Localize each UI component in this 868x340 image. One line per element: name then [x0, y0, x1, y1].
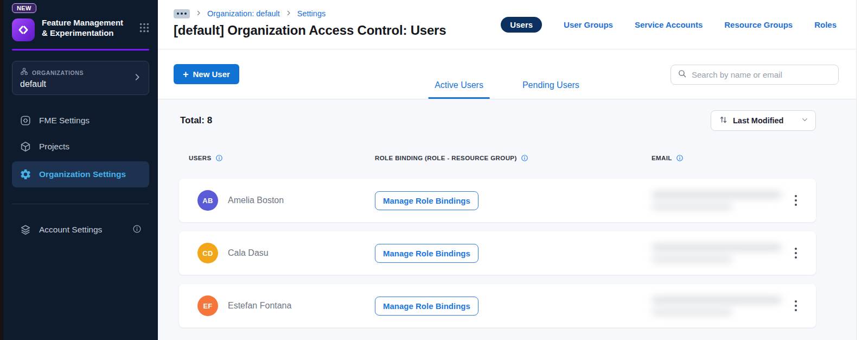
- search-box: [671, 65, 839, 85]
- nav-tab-users[interactable]: Users: [501, 17, 542, 33]
- gear-icon: [20, 168, 31, 180]
- chevron-right-icon: [285, 9, 292, 18]
- manage-role-bindings-button[interactable]: Manage Role Bindings: [375, 244, 478, 263]
- brand-header: NEW Feature Management & Experimentation: [3, 0, 158, 41]
- table-row: EF Estefan Fontana Manage Role Bindings: [179, 284, 816, 328]
- redacted-email: [652, 244, 787, 263]
- sidebar-divider: [12, 204, 149, 204]
- sidebar-item-label: Projects: [39, 142, 69, 152]
- info-icon[interactable]: [215, 154, 223, 162]
- tab-active-users[interactable]: Active Users: [428, 80, 490, 99]
- sidebar-item-projects[interactable]: Projects: [12, 135, 149, 158]
- search-input[interactable]: [692, 70, 832, 79]
- avatar: AB: [197, 190, 218, 211]
- sidebar-item-fme-settings[interactable]: FME Settings: [12, 109, 149, 132]
- avatar: CD: [197, 243, 218, 263]
- column-header-users: USERS: [189, 155, 212, 161]
- new-badge: NEW: [12, 3, 36, 13]
- chevron-down-icon: [801, 116, 809, 126]
- chevron-right-icon: [132, 72, 142, 84]
- table-row: AB Amelia Boston Manage Role Bindings: [179, 179, 816, 222]
- projects-cube-icon: [20, 141, 31, 153]
- sidebar-item-label: Account Settings: [39, 225, 102, 235]
- main-area: Organization: default Settings [default]…: [158, 0, 856, 340]
- layers-gear-icon: [20, 224, 31, 236]
- total-count: Total: 8: [180, 115, 212, 126]
- info-icon[interactable]: [132, 224, 142, 236]
- organization-selector[interactable]: ORGANIZATIONS default: [12, 61, 149, 95]
- breadcrumb-ellipsis[interactable]: [174, 9, 190, 18]
- plus-icon: +: [183, 71, 189, 78]
- breadcrumb-link-settings[interactable]: Settings: [297, 9, 326, 18]
- info-icon[interactable]: [676, 154, 684, 162]
- nav-tab-resource-groups[interactable]: Resource Groups: [724, 20, 793, 29]
- fme-settings-icon: [20, 115, 31, 127]
- brand-title: Feature Management & Experimentation: [42, 17, 127, 38]
- table-header-row: USERS ROLE BINDING (ROLE - RESOURCE GROU…: [179, 154, 816, 162]
- sort-dropdown-value: Last Modified: [733, 116, 796, 125]
- new-user-button-label: New User: [193, 70, 230, 79]
- users-list-section: Total: 8 Last Modified USERS: [158, 99, 856, 340]
- sidebar-item-label: Organization Settings: [39, 169, 126, 179]
- app-grid-icon[interactable]: [138, 22, 150, 36]
- chevron-right-icon: [195, 9, 202, 18]
- manage-role-bindings-button[interactable]: Manage Role Bindings: [375, 297, 478, 316]
- sidebar-item-account-settings[interactable]: Account Settings: [12, 218, 149, 241]
- brand-accent-rule: [12, 49, 149, 51]
- org-selector-value: default: [20, 79, 132, 89]
- redacted-email: [652, 297, 787, 316]
- toolbar: + New User Active Users Pending Users: [158, 49, 856, 99]
- redacted-email: [652, 191, 787, 210]
- sidebar-item-organization-settings[interactable]: Organization Settings: [12, 161, 149, 187]
- sidebar: NEW Feature Management & Experimentation: [3, 0, 158, 340]
- app-window: NEW Feature Management & Experimentation: [0, 0, 868, 340]
- access-control-nav: Users User Groups Service Accounts Resou…: [501, 16, 837, 33]
- org-selector-label: ORGANIZATIONS: [32, 70, 84, 76]
- manage-role-bindings-button[interactable]: Manage Role Bindings: [375, 191, 478, 210]
- row-menu-kebab-icon[interactable]: [787, 190, 805, 211]
- nav-tab-user-groups[interactable]: User Groups: [564, 20, 613, 29]
- breadcrumb-link-organization[interactable]: Organization: default: [207, 9, 280, 18]
- user-name: Estefan Fontana: [228, 301, 291, 311]
- sidebar-nav: FME Settings Projects Organization Setti…: [3, 109, 158, 241]
- page-right-gutter: [856, 0, 868, 340]
- column-header-email: EMAIL: [652, 155, 672, 161]
- split-logo-icon: [12, 18, 35, 41]
- avatar: EF: [197, 295, 218, 316]
- nav-tab-roles[interactable]: Roles: [814, 20, 837, 29]
- users-list: AB Amelia Boston Manage Role Bindings CD…: [179, 179, 816, 328]
- new-user-button[interactable]: + New User: [174, 64, 239, 84]
- breadcrumb: Organization: default Settings: [174, 9, 501, 18]
- sidebar-item-label: FME Settings: [39, 116, 90, 125]
- org-hierarchy-icon: [20, 67, 28, 78]
- user-name: Cala Dasu: [228, 248, 269, 258]
- user-name: Amelia Boston: [228, 196, 284, 205]
- search-icon: [678, 69, 687, 80]
- tab-pending-users[interactable]: Pending Users: [516, 80, 586, 99]
- sort-dropdown[interactable]: Last Modified: [711, 110, 816, 131]
- row-menu-kebab-icon[interactable]: [787, 295, 805, 317]
- nav-tab-service-accounts[interactable]: Service Accounts: [635, 20, 703, 29]
- row-menu-kebab-icon[interactable]: [787, 242, 805, 264]
- sort-arrows-icon: [719, 115, 728, 127]
- page-header: Organization: default Settings [default]…: [158, 0, 856, 49]
- table-row: CD Cala Dasu Manage Role Bindings: [179, 231, 816, 275]
- column-header-role-binding: ROLE BINDING (ROLE - RESOURCE GROUP): [375, 155, 517, 161]
- info-icon[interactable]: [521, 154, 528, 162]
- user-state-tabs: Active Users Pending Users: [428, 80, 586, 99]
- page-title: [default] Organization Access Control: U…: [174, 23, 501, 38]
